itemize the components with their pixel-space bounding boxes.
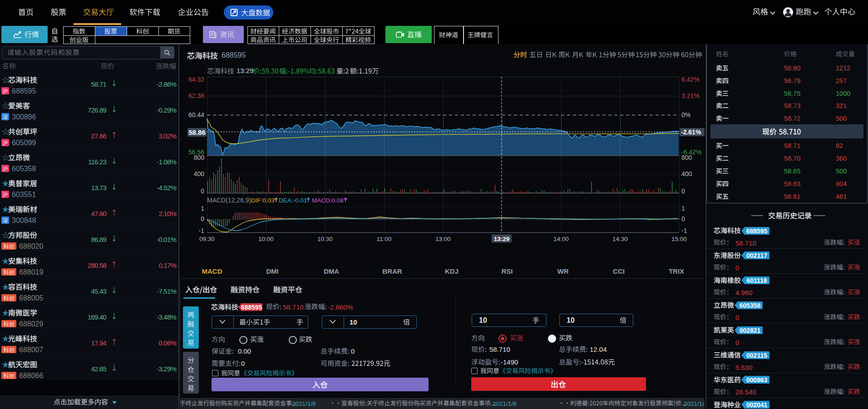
svg-text:1: 1 bbox=[201, 205, 204, 212]
svg-text:0: 0 bbox=[201, 187, 204, 195]
svg-text:10:00: 10:00 bbox=[258, 236, 274, 242]
svg-text:0: 0 bbox=[681, 187, 685, 195]
svg-text:0: 0 bbox=[681, 215, 685, 222]
svg-text:800: 800 bbox=[194, 154, 205, 161]
svg-text:6.42%: 6.42% bbox=[681, 76, 700, 83]
svg-text:58.86: 58.86 bbox=[188, 128, 206, 136]
svg-text:15:00: 15:00 bbox=[671, 236, 687, 242]
svg-text:60.44: 60.44 bbox=[188, 111, 204, 118]
svg-text:14:30: 14:30 bbox=[612, 236, 628, 242]
svg-text:800: 800 bbox=[681, 154, 692, 161]
svg-text:1: 1 bbox=[681, 205, 685, 212]
svg-text:MACD(12,26,9): MACD(12,26,9) bbox=[207, 197, 251, 204]
svg-text:3.21%: 3.21% bbox=[681, 92, 700, 99]
svg-text:0: 0 bbox=[201, 215, 204, 222]
svg-text:62.38: 62.38 bbox=[188, 92, 204, 99]
svg-text:-1: -1 bbox=[199, 227, 205, 234]
svg-text:-1: -1 bbox=[681, 227, 687, 234]
svg-text:11:00: 11:00 bbox=[377, 236, 392, 242]
svg-text:DIF:0.03: DIF:0.03 bbox=[251, 197, 275, 204]
svg-text:13:29: 13:29 bbox=[494, 236, 510, 242]
svg-text:400: 400 bbox=[681, 170, 692, 177]
svg-text:64.32: 64.32 bbox=[188, 76, 204, 83]
svg-text:10:30: 10:30 bbox=[317, 236, 333, 242]
svg-text:14:00: 14:00 bbox=[553, 236, 569, 242]
svg-text:MACD:0.08: MACD:0.08 bbox=[312, 197, 344, 204]
svg-text:-2.61%: -2.61% bbox=[681, 128, 701, 136]
svg-text:400: 400 bbox=[194, 170, 205, 177]
svg-text:DEA:-0.01: DEA:-0.01 bbox=[279, 197, 307, 204]
svg-text:13:00: 13:00 bbox=[435, 236, 451, 242]
svg-text:09:30: 09:30 bbox=[199, 236, 215, 242]
svg-text:0%: 0% bbox=[681, 111, 690, 118]
